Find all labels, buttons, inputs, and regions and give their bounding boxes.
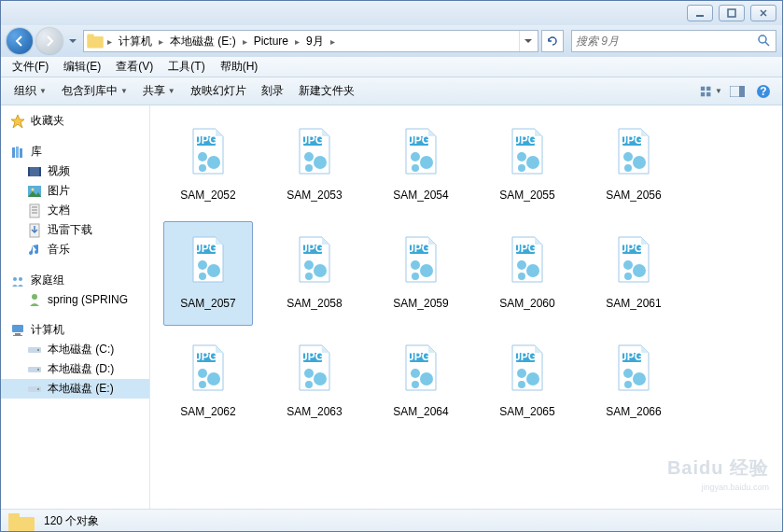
close-button[interactable] [750, 5, 776, 21]
back-button[interactable] [7, 28, 33, 54]
jpg-file-icon: JPG [494, 226, 561, 293]
forward-button[interactable] [36, 28, 63, 54]
chevron-right-icon[interactable]: ▸ [292, 36, 302, 47]
breadcrumb-bar[interactable]: ▸ 计算机 ▸ 本地磁盘 (E:) ▸ Picture ▸ 9月 ▸ [83, 30, 538, 52]
svg-point-37 [198, 152, 207, 161]
jpg-file-icon: JPG [600, 334, 667, 401]
sidebar-computer[interactable]: 计算机 [1, 320, 149, 340]
file-item[interactable]: JPG SAM_2065 [482, 329, 572, 434]
watermark: Baidu 经验 [667, 455, 769, 481]
file-label: SAM_2053 [287, 189, 342, 202]
breadcrumb-item[interactable]: 本地磁盘 (E:) [166, 31, 240, 51]
chevron-right-icon[interactable]: ▸ [156, 36, 166, 47]
file-item[interactable]: JPG SAM_2066 [589, 329, 678, 434]
menu-edit[interactable]: 编辑(E) [56, 57, 108, 77]
file-item[interactable]: JPG SAM_2058 [270, 221, 359, 326]
svg-point-47 [411, 152, 420, 161]
sidebar-libraries[interactable]: 库 [1, 142, 149, 161]
jpg-file-icon: JPG [175, 226, 242, 293]
chevron-right-icon[interactable]: ▸ [105, 36, 115, 47]
sidebar-label: 收藏夹 [31, 113, 64, 129]
file-item[interactable]: JPG SAM_2061 [589, 221, 678, 326]
jpg-file-icon: JPG [387, 334, 454, 401]
share-button[interactable]: 共享▼ [135, 80, 183, 102]
jpg-file-icon: JPG [600, 226, 667, 293]
computer-icon [10, 323, 25, 338]
sidebar-item-videos[interactable]: 视频 [1, 161, 149, 181]
preview-pane-button[interactable] [726, 81, 748, 102]
file-item[interactable]: JPG SAM_2060 [482, 221, 572, 326]
svg-point-53 [526, 156, 539, 169]
menu-view[interactable]: 查看(V) [108, 57, 161, 77]
svg-point-79 [518, 273, 525, 280]
refresh-button[interactable] [541, 30, 564, 52]
file-item[interactable]: JPG SAM_2055 [482, 113, 572, 217]
sidebar-homegroup[interactable]: 家庭组 [1, 271, 149, 290]
sidebar-item-music[interactable]: 音乐 [1, 240, 149, 259]
file-label: SAM_2064 [393, 405, 448, 418]
file-item[interactable]: JPG SAM_2054 [376, 113, 466, 217]
organize-button[interactable]: 组织▼ [7, 80, 54, 102]
user-icon [27, 292, 42, 307]
sidebar-item-documents[interactable]: 文档 [1, 201, 149, 220]
file-item[interactable]: JPG SAM_2064 [376, 329, 466, 434]
include-library-button[interactable]: 包含到库中▼ [54, 80, 135, 102]
svg-rect-13 [12, 147, 15, 158]
minimize-button[interactable] [687, 5, 713, 21]
sidebar-item-user[interactable]: spring (SPRING [1, 290, 149, 309]
search-box[interactable] [571, 30, 776, 52]
file-item[interactable]: JPG SAM_2053 [270, 113, 359, 217]
burn-button[interactable]: 刻录 [254, 80, 291, 102]
file-item[interactable]: JPG SAM_2052 [163, 113, 253, 217]
maximize-button[interactable] [719, 5, 745, 21]
star-icon [10, 114, 25, 129]
svg-point-59 [624, 164, 632, 172]
jpg-file-icon: JPG [281, 118, 348, 185]
file-label: SAM_2066 [606, 405, 661, 418]
sidebar-item-drive-c[interactable]: 本地磁盘 (C:) [1, 340, 149, 359]
svg-rect-15 [20, 148, 22, 158]
svg-point-102 [517, 369, 526, 378]
svg-text:JPG: JPG [301, 350, 324, 363]
svg-point-88 [207, 372, 220, 385]
breadcrumb-item[interactable]: Picture [250, 31, 292, 51]
new-folder-button[interactable]: 新建文件夹 [291, 80, 362, 102]
svg-point-72 [411, 260, 420, 270]
sidebar-label: 计算机 [31, 322, 64, 338]
svg-rect-8 [706, 91, 710, 95]
help-button[interactable]: ? [752, 81, 775, 102]
file-item[interactable]: JPG SAM_2057 [163, 221, 253, 326]
search-input[interactable] [576, 35, 757, 48]
jpg-file-icon: JPG [600, 118, 667, 185]
sidebar-item-drive-e[interactable]: 本地磁盘 (E:) [1, 379, 149, 399]
menu-file[interactable]: 文件(F) [5, 57, 56, 77]
jpg-file-icon: JPG [387, 118, 454, 185]
file-list[interactable]: JPG SAM_2052 JPG SAM_2053 JPG SAM_2054 J… [150, 105, 782, 509]
chevron-right-icon[interactable]: ▸ [240, 36, 250, 47]
menu-help[interactable]: 帮助(H) [213, 57, 266, 77]
path-dropdown[interactable] [519, 31, 536, 51]
file-item[interactable]: JPG SAM_2056 [589, 113, 678, 217]
sidebar-label: 文档 [48, 203, 70, 218]
svg-point-25 [32, 294, 37, 300]
breadcrumb-item[interactable]: 9月 [302, 31, 328, 51]
file-label: SAM_2059 [393, 297, 448, 310]
svg-point-39 [199, 164, 206, 172]
svg-rect-21 [30, 204, 39, 217]
sidebar-item-thunder[interactable]: 迅雷下载 [1, 220, 149, 240]
sidebar-favorites[interactable]: 收藏夹 [1, 111, 149, 131]
view-options-button[interactable]: ▼ [700, 81, 722, 102]
sidebar-item-pictures[interactable]: 图片 [1, 181, 149, 201]
svg-point-58 [633, 156, 646, 169]
breadcrumb-item[interactable]: 计算机 [115, 31, 156, 51]
jpg-file-icon: JPG [494, 334, 561, 401]
menu-tools[interactable]: 工具(T) [161, 57, 212, 77]
chevron-right-icon[interactable]: ▸ [328, 36, 338, 47]
file-item[interactable]: JPG SAM_2062 [163, 329, 253, 434]
svg-point-67 [304, 260, 314, 270]
nav-history-dropdown[interactable] [66, 31, 79, 51]
slideshow-button[interactable]: 放映幻灯片 [183, 80, 254, 102]
file-item[interactable]: JPG SAM_2059 [376, 221, 466, 326]
sidebar-item-drive-d[interactable]: 本地磁盘 (D:) [1, 359, 149, 379]
file-item[interactable]: JPG SAM_2063 [270, 329, 359, 434]
